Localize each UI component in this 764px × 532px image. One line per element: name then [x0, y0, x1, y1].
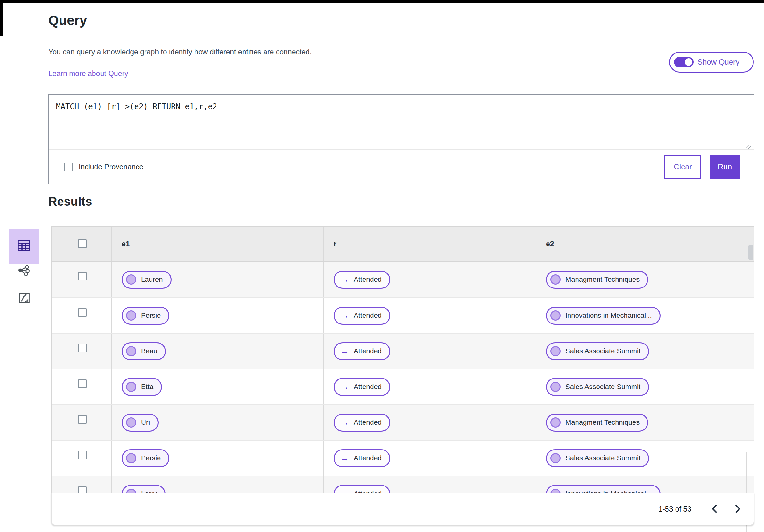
column-header-e1[interactable]: e1 [121, 240, 130, 248]
row-checkbox[interactable] [78, 415, 87, 424]
results-heading: Results [48, 195, 92, 209]
entity-node-icon [550, 274, 561, 284]
arrow-right-icon: → [340, 418, 349, 427]
results-table: e1 r e2 Lauren → Attended [51, 226, 754, 493]
entity-label: Beau [141, 347, 157, 355]
toggle-knob [684, 57, 693, 67]
show-query-toggle[interactable]: Show Query [669, 52, 754, 73]
relationship-label: Attended [354, 490, 382, 493]
entity-node-icon [126, 346, 136, 356]
select-all-checkbox[interactable] [78, 240, 87, 248]
freeform-view-button[interactable] [18, 292, 31, 305]
include-provenance-label: Include Provenance [79, 163, 143, 171]
table-row: Lauren → Attended Managment Techniques [52, 262, 754, 297]
entity-pill[interactable]: Beau [121, 342, 166, 360]
query-editor-footer: Include Provenance Clear Run [49, 149, 754, 184]
relationship-label: Attended [354, 383, 382, 391]
chevron-left-icon [711, 504, 718, 514]
previous-page-button[interactable] [708, 503, 721, 515]
window-border-left [0, 0, 3, 36]
entity-pill[interactable]: Lauren [121, 270, 172, 289]
entity-label: Sales Associate Summit [565, 347, 641, 355]
row-checkbox[interactable] [78, 380, 87, 388]
relationship-label: Attended [354, 311, 382, 320]
relationship-pill[interactable]: → Attended [334, 270, 390, 289]
table-view-button[interactable] [9, 229, 39, 264]
arrow-right-icon: → [340, 383, 349, 391]
table-row: Persie → Attended Innovations in Mechani… [52, 297, 754, 333]
query-editor-panel: MATCH (e1)-[r]->(e2) RETURN e1,r,e2 Incl… [48, 94, 754, 184]
arrow-right-icon: → [340, 275, 349, 284]
arrow-right-icon: → [340, 311, 349, 320]
row-checkbox[interactable] [78, 308, 87, 317]
entity-node-icon [126, 453, 136, 463]
pagination-range: 1-53 of 53 [658, 505, 691, 513]
entity-label: Sales Associate Summit [565, 454, 641, 462]
window-border-top [0, 0, 764, 3]
entity-node-icon [550, 489, 561, 493]
entity-label: Persie [141, 454, 161, 462]
column-header-e2[interactable]: e2 [546, 240, 554, 248]
column-header-r[interactable]: r [334, 240, 336, 248]
arrow-right-icon: → [340, 490, 349, 493]
clear-button[interactable]: Clear [665, 155, 701, 179]
next-page-button[interactable] [731, 503, 744, 515]
entity-pill[interactable]: Uri [121, 414, 158, 432]
query-input[interactable]: MATCH (e1)-[r]->(e2) RETURN e1,r,e2 [49, 94, 754, 151]
relationship-pill[interactable]: → Attended [334, 342, 390, 360]
row-checkbox[interactable] [78, 451, 87, 459]
entity-node-icon [550, 310, 561, 321]
learn-more-link[interactable]: Learn more about Query [48, 70, 128, 78]
entity-pill[interactable]: Managment Techniques [546, 414, 648, 432]
entity-node-icon [550, 346, 561, 356]
table-row: Uri → Attended Managment Techniques [52, 404, 754, 440]
entity-pill[interactable]: Larry [121, 485, 165, 493]
relationship-pill[interactable]: → Attended [334, 378, 390, 396]
entity-pill[interactable]: Sales Associate Summit [546, 342, 649, 360]
entity-pill[interactable]: Managment Techniques [546, 270, 648, 289]
chevron-right-icon [734, 504, 741, 514]
arrow-right-icon: → [340, 454, 349, 462]
entity-node-icon [126, 382, 136, 392]
relationship-label: Attended [354, 454, 382, 462]
toggle-switch-icon[interactable] [674, 57, 694, 67]
graph-view-icon [17, 264, 31, 278]
relationship-pill[interactable]: → Attended [334, 485, 390, 493]
pagination-bar: 1-53 of 53 [51, 493, 754, 525]
entity-node-icon [550, 418, 561, 428]
relationship-pill[interactable]: → Attended [334, 307, 390, 325]
entity-label: Innovations in Mechanical... [565, 311, 652, 320]
row-checkbox[interactable] [78, 344, 87, 352]
graph-view-button[interactable] [17, 264, 31, 278]
entity-label: Persie [141, 311, 161, 320]
scrollbar-thumb[interactable] [748, 245, 753, 261]
entity-node-icon [126, 310, 136, 321]
entity-node-icon [126, 418, 136, 428]
entity-node-icon [126, 489, 136, 493]
entity-label: Sales Associate Summit [565, 383, 641, 391]
row-checkbox[interactable] [78, 272, 87, 280]
show-query-label: Show Query [697, 58, 739, 67]
table-row: Beau → Attended Sales Associate Summit [52, 333, 754, 369]
row-checkbox[interactable] [78, 486, 87, 493]
freeform-view-icon [18, 292, 30, 305]
entity-pill[interactable]: Sales Associate Summit [546, 449, 649, 467]
relationship-label: Attended [354, 418, 382, 427]
include-provenance-checkbox[interactable] [64, 163, 73, 171]
entity-pill[interactable]: Sales Associate Summit [546, 378, 649, 396]
entity-label: Innovations in Mechanical... [565, 490, 652, 493]
entity-pill[interactable]: Innovations in Mechanical... [546, 307, 661, 325]
table-view-icon [16, 238, 32, 255]
entity-label: Managment Techniques [565, 418, 640, 427]
relationship-pill[interactable]: → Attended [334, 414, 390, 432]
table-row: Etta → Attended Sales Associate Summit [52, 369, 754, 404]
relationship-pill[interactable]: → Attended [334, 449, 390, 467]
entity-pill[interactable]: Innovations in Mechanical... [546, 485, 661, 493]
entity-label: Etta [141, 383, 153, 391]
entity-pill[interactable]: Persie [121, 449, 169, 467]
entity-node-icon [550, 382, 561, 392]
run-button[interactable]: Run [709, 155, 740, 179]
entity-pill[interactable]: Persie [121, 307, 169, 325]
entity-label: Lauren [141, 275, 163, 284]
entity-pill[interactable]: Etta [121, 378, 162, 396]
